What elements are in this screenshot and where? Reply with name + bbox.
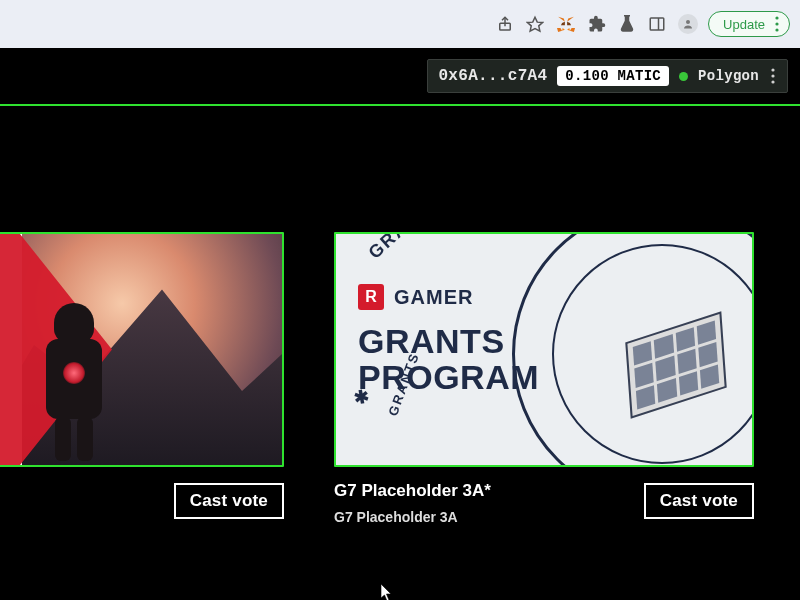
proposal-subtitle: G7 Placeholder 3A	[334, 509, 491, 525]
svg-marker-1	[528, 17, 543, 31]
svg-point-15	[775, 28, 778, 31]
cast-vote-button[interactable]: Cast vote	[644, 483, 754, 519]
proposal-card: ION B* Cast vote	[0, 232, 284, 519]
browser-toolbar-icons	[496, 14, 698, 34]
artwork: GRANTS ✱ GRANTS ✱ GRANTS GRANTS GRANTS ✱…	[336, 234, 752, 465]
wallet-menu-icon[interactable]	[769, 68, 777, 84]
svg-rect-10	[650, 18, 664, 30]
artwork-headline: GRANTS PROGRAM	[358, 324, 539, 395]
cast-vote-button[interactable]: Cast vote	[174, 483, 284, 519]
svg-point-13	[775, 16, 778, 19]
network-status-dot	[679, 72, 688, 81]
panel-icon[interactable]	[648, 15, 666, 33]
svg-point-17	[771, 74, 774, 77]
character-icon	[34, 303, 114, 463]
svg-point-14	[775, 22, 778, 25]
mouse-cursor-icon	[380, 584, 394, 600]
artwork: ION	[0, 234, 282, 465]
proposal-image[interactable]: ION	[0, 232, 284, 467]
svg-marker-3	[558, 17, 565, 22]
svg-point-12	[686, 20, 690, 24]
svg-marker-6	[561, 22, 565, 25]
extensions-icon[interactable]	[588, 15, 606, 33]
update-label: Update	[723, 17, 765, 32]
svg-marker-8	[562, 28, 565, 31]
wallet-balance: 0.100 MATIC	[557, 66, 669, 86]
profile-avatar[interactable]	[678, 14, 698, 34]
proposal-card: GRANTS ✱ GRANTS ✱ GRANTS GRANTS GRANTS ✱…	[334, 232, 754, 525]
brand-logo-icon: R	[358, 284, 384, 310]
proposals-grid: ION B* Cast vote GRANTS ✱	[0, 106, 800, 600]
svg-marker-9	[567, 28, 570, 31]
metamask-icon[interactable]	[556, 14, 576, 34]
proposal-image[interactable]: GRANTS ✱ GRANTS ✱ GRANTS GRANTS GRANTS ✱…	[334, 232, 754, 467]
star-icon[interactable]	[526, 15, 544, 33]
svg-marker-7	[567, 22, 571, 25]
app-header: 0x6A...c7A4 0.100 MATIC Polygon	[0, 48, 800, 104]
svg-marker-5	[557, 28, 562, 32]
wallet-widget[interactable]: 0x6A...c7A4 0.100 MATIC Polygon	[427, 59, 788, 93]
svg-point-18	[771, 80, 774, 83]
svg-marker-2	[567, 17, 574, 22]
svg-point-16	[771, 68, 774, 71]
labs-icon[interactable]	[618, 15, 636, 33]
wallet-address: 0x6A...c7A4	[438, 67, 547, 85]
network-name: Polygon	[698, 68, 759, 84]
share-icon[interactable]	[496, 15, 514, 33]
proposal-title: G7 Placeholder 3A*	[334, 481, 491, 501]
brand-name: GAMER	[394, 286, 473, 309]
browser-update-button[interactable]: Update	[708, 11, 790, 37]
kebab-icon[interactable]	[775, 16, 779, 32]
browser-toolbar: Update	[0, 0, 800, 48]
svg-marker-4	[570, 28, 575, 32]
